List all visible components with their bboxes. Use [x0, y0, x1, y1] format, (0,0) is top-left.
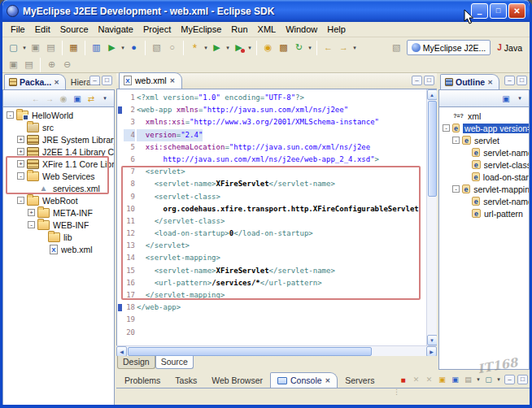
outline-maximize-icon[interactable]: □	[517, 76, 527, 85]
terminate-icon[interactable]: ■	[397, 374, 409, 385]
outline-collapse-all-icon[interactable]: ▣	[499, 93, 512, 105]
code-line[interactable]: 8 <servlet-name>XFireServlet</servlet-na…	[117, 178, 426, 190]
editor-vertical-scrollbar[interactable]: ▲ ▼	[426, 89, 437, 345]
code-line[interactable]: 4 version="2.4"	[117, 129, 426, 141]
tree-expander-icon[interactable]: +	[17, 136, 24, 143]
scroll-lock-icon[interactable]: ▣	[436, 374, 448, 385]
myeclipse-tool-1-button[interactable]: ◉	[260, 41, 276, 55]
tree-expander-icon[interactable]: +	[28, 209, 35, 216]
close-button[interactable]: ✕	[508, 3, 525, 19]
menu-file[interactable]: File	[6, 24, 30, 35]
outline-tree-item[interactable]: -eservlet	[441, 134, 529, 146]
outline-tree-item[interactable]: eservlet-name	[441, 146, 529, 158]
editor-horizontal-scrollbar[interactable]: ◀ ▶	[116, 345, 437, 356]
menu-navigate[interactable]: Navigate	[94, 24, 138, 35]
view-menu-icon[interactable]: ▾	[98, 93, 111, 105]
code-line[interactable]: 17 </servlet-mapping>	[117, 289, 426, 302]
tab-source[interactable]: Source	[155, 356, 194, 369]
run-dropdown-icon[interactable]: ▾	[225, 45, 231, 51]
menu-xml[interactable]: XML	[253, 24, 281, 35]
new-wizard-dropdown-icon[interactable]: ▾	[21, 45, 28, 51]
package-tree-item[interactable]: +J2EE 1.4 Library Container	[5, 145, 114, 158]
editor-minimize-icon[interactable]: ‒	[412, 76, 422, 85]
profile-button[interactable]: ▶	[231, 41, 246, 55]
myeclipse-tool-2-button[interactable]: ▩	[276, 41, 291, 55]
tree-expander-icon[interactable]: -	[452, 185, 460, 193]
up-icon[interactable]: ◉	[57, 93, 70, 105]
package-tree-item[interactable]: +JRE System Library [jre1.5	[5, 133, 114, 145]
console-tab-close-icon[interactable]: ✕	[325, 377, 331, 384]
external-tools-dropdown-icon[interactable]: ▾	[203, 45, 209, 51]
code-line[interactable]: 15 <servlet-name>XFireServlet</servlet-n…	[117, 265, 426, 277]
new-wizard-button[interactable]: ▢	[6, 41, 21, 55]
open-console-dropdown-icon[interactable]: ▾	[495, 376, 502, 383]
code-line[interactable]: 9 <servlet-class>	[117, 191, 426, 203]
validate-button[interactable]: ○	[164, 41, 180, 55]
code-line[interactable]: 6 http://java.sun.com/xml/ns/j2ee/web-ap…	[117, 154, 426, 166]
outline-tree-item[interactable]: ?=?xml	[441, 110, 529, 122]
open-resource-button[interactable]: ▧	[149, 41, 164, 55]
new-server-button[interactable]: ▥	[89, 41, 104, 55]
package-tree-item[interactable]: +XFire 1.1 Core Libraries	[5, 158, 114, 170]
web-browser-button[interactable]: ●	[126, 41, 142, 55]
editor-tab-close-icon[interactable]: ✕	[170, 77, 176, 85]
display-console-dropdown-icon[interactable]: ▾	[475, 376, 482, 383]
run-button[interactable]: ▶	[209, 41, 225, 55]
tab-servers[interactable]: Servers	[338, 372, 382, 388]
forward-history-icon[interactable]: →	[43, 93, 56, 105]
package-tree-item[interactable]: src	[5, 121, 114, 133]
code-line[interactable]: 7 <servlet>	[117, 166, 426, 178]
scroll-left-icon[interactable]: ◀	[116, 346, 127, 357]
remove-all-launches-icon[interactable]: ✕	[423, 374, 435, 385]
display-console-icon[interactable]: ▤	[462, 374, 474, 385]
package-explorer-maximize-icon[interactable]: □	[102, 76, 112, 85]
refresh-button[interactable]: ↻	[291, 41, 307, 55]
menu-run[interactable]: Run	[226, 24, 252, 35]
tree-expander-icon[interactable]: -	[452, 137, 460, 144]
code-line[interactable]: 13 </servlet>	[117, 240, 426, 252]
run-on-server-dropdown-icon[interactable]: ▾	[120, 45, 126, 51]
outline-close-icon[interactable]: ✕	[487, 79, 493, 86]
console-maximize-icon[interactable]: □	[517, 375, 528, 384]
collapse-all-button[interactable]: ⊖	[59, 58, 75, 72]
package-tree-item[interactable]: -Web Services	[5, 170, 114, 182]
last-edit-location-button[interactable]: ▣	[6, 58, 21, 72]
package-tree-item[interactable]: ▲services.xml	[5, 182, 114, 194]
outline-tree-item[interactable]: eload-on-startu	[441, 171, 529, 183]
vertical-scroll-thumb[interactable]	[428, 101, 437, 197]
tab-outline[interactable]: Outline ✕	[440, 74, 499, 89]
tree-expander-icon[interactable]: +	[17, 160, 24, 167]
menu-myeclipse[interactable]: MyEclipse	[176, 24, 226, 35]
menu-window[interactable]: Window	[281, 24, 322, 35]
outline-tree-item[interactable]: -eweb-app version=2.4	[441, 122, 529, 134]
tab-tasks[interactable]: Tasks	[168, 372, 204, 388]
editor-body[interactable]: 1<?xml version="1.0" encoding="UTF-8"?>2…	[116, 89, 437, 345]
menu-edit[interactable]: Edit	[30, 24, 55, 35]
code-line[interactable]: 18</web-app>	[117, 302, 426, 314]
outline-menu-icon[interactable]: ▾	[513, 93, 526, 105]
expand-all-button[interactable]: ⊕	[44, 58, 59, 72]
package-explorer-close-icon[interactable]: ✕	[54, 79, 59, 86]
code-line[interactable]: 20	[117, 327, 426, 339]
package-tree-item[interactable]: -HelloWorld	[5, 109, 114, 121]
tree-expander-icon[interactable]: -	[28, 221, 35, 228]
tree-expander-icon[interactable]: -	[7, 111, 14, 119]
menu-project[interactable]: Project	[138, 24, 176, 35]
print-button[interactable]: ▤	[43, 41, 59, 55]
run-on-server-button[interactable]: ▶	[104, 41, 120, 55]
code-line[interactable]: 16 <url-pattern>/services/*</url-pattern…	[117, 277, 426, 289]
scroll-down-icon[interactable]: ▼	[427, 335, 438, 345]
splitter-grip[interactable]: ⋮	[393, 390, 400, 393]
profile-dropdown-icon[interactable]: ▾	[246, 45, 253, 51]
remove-launch-icon[interactable]: ✕	[410, 374, 422, 385]
code-line[interactable]: 2<web-app xmlns="http://java.sun.com/xml…	[117, 104, 426, 116]
forward-button[interactable]: →	[336, 41, 351, 55]
code-line[interactable]: 5 xsi:schemaLocation="http://java.sun.co…	[117, 141, 426, 154]
horizontal-scroll-thumb[interactable]	[128, 347, 372, 356]
open-perspective-button[interactable]: ▧	[389, 41, 404, 55]
scroll-right-icon[interactable]: ▶	[426, 346, 437, 357]
tab-web-xml[interactable]: X web.xml ✕	[119, 72, 182, 89]
code-line[interactable]: 19	[117, 314, 426, 326]
link-with-editor-icon[interactable]: ⇄	[85, 93, 98, 105]
perspective-java-button[interactable]: J Java	[493, 40, 526, 55]
